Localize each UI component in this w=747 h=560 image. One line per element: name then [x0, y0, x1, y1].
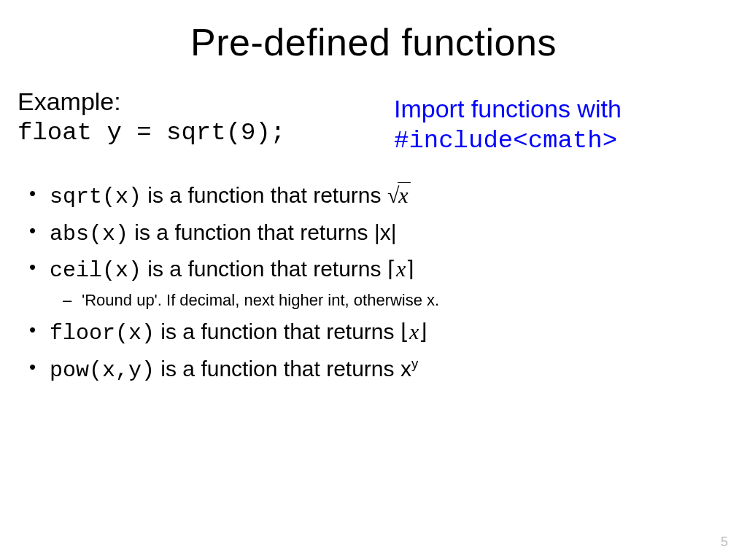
page-number: 5 — [721, 534, 728, 550]
fn-desc-pow: is a function that returns — [155, 357, 400, 381]
ceil-bracket-l: ⌈ — [387, 257, 396, 281]
ceil-note: 'Round up'. If decimal, next higher int,… — [82, 289, 732, 311]
abs-result: |x| — [374, 220, 397, 244]
fn-name-pow: pow(x,y) — [50, 358, 155, 383]
slide: Pre-defined functions Import functions w… — [0, 0, 747, 560]
list-item-abs: abs(x) is a function that returns |x| — [50, 216, 732, 252]
fn-desc-sqrt: is a function that returns — [142, 183, 387, 207]
list-item-sqrt: sqrt(x) is a function that returns √x — [50, 179, 732, 214]
fn-name-sqrt: sqrt(x) — [50, 184, 142, 209]
floor-bracket-l: ⌊ — [400, 319, 409, 343]
floor-bracket-r: ⌋ — [419, 319, 427, 343]
fn-desc-abs: is a function that returns — [128, 220, 374, 244]
slide-body: Example: float y = sqrt(9); sqrt(x) is a… — [15, 88, 732, 387]
pow-base: x — [400, 357, 411, 381]
slide-title: Pre-defined functions — [15, 20, 732, 64]
list-item-pow: pow(x,y) is a function that returns xy — [50, 352, 732, 388]
ceil-arg: x — [396, 257, 406, 281]
fn-name-floor: floor(x) — [50, 321, 155, 346]
pow-exp: y — [411, 356, 418, 371]
function-list: sqrt(x) is a function that returns √x ab… — [18, 179, 732, 387]
list-item-ceil: ceil(x) is a function that returns ⌈x⌉ '… — [50, 252, 732, 311]
sqrt-arg: x — [398, 182, 410, 207]
sqrt-symbol: √x — [387, 179, 411, 213]
fn-desc-floor: is a function that returns — [155, 319, 400, 343]
example-label: Example: — [18, 88, 732, 116]
ceil-sublist: 'Round up'. If decimal, next higher int,… — [50, 289, 732, 311]
fn-desc-ceil: is a function that returns — [142, 257, 387, 281]
fn-name-ceil: ceil(x) — [50, 258, 142, 283]
example-code: float y = sqrt(9); — [18, 119, 732, 147]
ceil-bracket-r: ⌉ — [406, 257, 414, 281]
floor-arg: x — [409, 319, 419, 343]
fn-name-abs: abs(x) — [50, 222, 128, 246]
list-item-floor: floor(x) is a function that returns ⌊x⌋ — [50, 315, 732, 351]
